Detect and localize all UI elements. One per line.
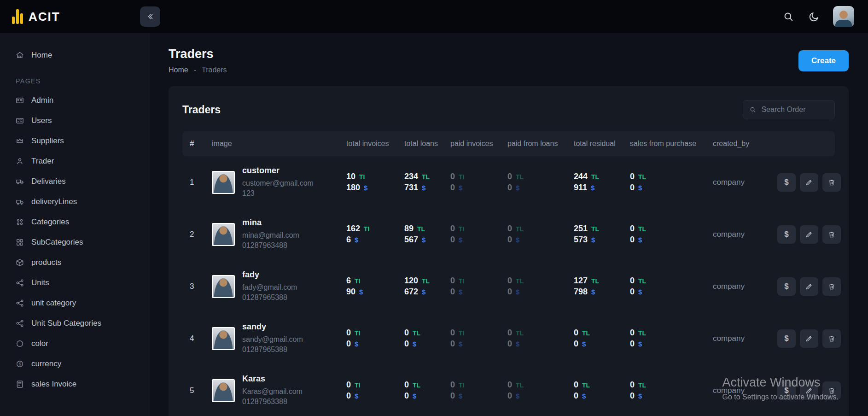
trader-phone: 01287965388 — [242, 293, 297, 303]
sidebar-item-label: Trader — [31, 157, 54, 166]
table-row: 2 mina mina@gmail.com 01287963488 162TI … — [182, 208, 835, 260]
trash-icon — [828, 283, 835, 290]
metric-value: 0 — [507, 391, 512, 401]
trader-phone: 123 — [242, 188, 314, 199]
sidebar-item-subcategories[interactable]: SubCategories — [0, 232, 150, 252]
edit-action-button[interactable] — [800, 225, 818, 244]
sidebar-item-admin[interactable]: Admin — [0, 90, 150, 111]
home-icon — [16, 51, 24, 59]
row-actions: $ — [777, 329, 841, 348]
sidebar-item-users[interactable]: Users — [0, 111, 150, 131]
user-avatar[interactable] — [833, 6, 854, 27]
edit-action-button[interactable] — [800, 381, 818, 400]
sidebar-item-label: SubCategories — [31, 238, 83, 247]
metric-value: 0 — [507, 276, 512, 286]
trader-info: Karas Karas@gmail.com 01287963388 — [242, 374, 303, 407]
create-button[interactable]: Create — [798, 50, 849, 71]
pay-action-button[interactable]: $ — [777, 225, 796, 244]
metric-value: 0 — [507, 224, 512, 234]
sidebar-item-delivaries[interactable]: Delivaries — [0, 171, 150, 192]
delete-action-button[interactable] — [822, 277, 841, 296]
delete-action-button[interactable] — [822, 329, 841, 348]
metric-value: 0 — [574, 380, 578, 390]
pay-action-button[interactable]: $ — [777, 381, 796, 400]
search-icon — [750, 106, 756, 113]
sidebar-item-currency[interactable]: $ currency — [0, 354, 150, 374]
chevrons-left-icon — [146, 12, 154, 21]
dollar-unit-label: $ — [516, 184, 519, 192]
paid-invoices-cell: 0TI 0$ — [450, 170, 507, 194]
sidebar-item-label: Delivaries — [31, 177, 66, 186]
collapse-sidebar-button[interactable] — [140, 6, 160, 27]
dollar-unit-label: $ — [582, 392, 586, 400]
delete-action-button[interactable] — [822, 381, 841, 400]
sidebar-item-deliverylines[interactable]: deliveryLines — [0, 192, 150, 212]
pay-action-button[interactable]: $ — [777, 277, 796, 296]
dollar-unit-label: $ — [516, 392, 519, 400]
paid-invoices-cell: 0TI 0$ — [450, 223, 507, 246]
dollar-unit-label: $ — [413, 340, 416, 348]
trader-icon — [16, 157, 24, 165]
metric-value: 127 — [574, 276, 588, 286]
column-header-created-by: created_by — [713, 140, 777, 148]
dollar-unit-label: $ — [355, 392, 358, 400]
metric-value: 0 — [450, 276, 455, 286]
metric-value: 120 — [404, 276, 418, 286]
metric-value: 0 — [450, 287, 455, 297]
trader-image — [212, 379, 235, 402]
pay-action-button[interactable]: $ — [777, 173, 796, 192]
pencil-icon — [805, 179, 813, 186]
metric-value: 0 — [630, 339, 635, 349]
trader-name: customer — [242, 166, 314, 176]
trader-image — [212, 223, 235, 246]
sidebar-item-label: Admin — [31, 96, 53, 105]
delivery-lines-icon — [16, 198, 24, 206]
column-header-sales-from-purchase: sales from purchase — [630, 140, 713, 148]
sidebar-section-pages: PAGES — [0, 65, 150, 90]
sidebar-item-trader[interactable]: Trader — [0, 151, 150, 171]
edit-action-button[interactable] — [800, 329, 818, 348]
edit-action-button[interactable] — [800, 173, 818, 192]
sidebar-item-categories[interactable]: Categories — [0, 212, 150, 232]
trader-info: fady fady@gmail.com 01287965388 — [242, 270, 297, 303]
breadcrumb-home-link[interactable]: Home — [169, 66, 188, 74]
sidebar-item-unit-category[interactable]: unit category — [0, 293, 150, 313]
sidebar-item-label: products — [31, 258, 61, 267]
pay-action-button[interactable]: $ — [777, 329, 796, 348]
dollar-icon: $ — [784, 282, 788, 291]
delete-action-button[interactable] — [822, 225, 841, 244]
sidebar-item-home[interactable]: Home — [0, 45, 150, 65]
sidebar-item-color[interactable]: color — [0, 334, 150, 354]
metric-value: 0 — [404, 391, 409, 401]
subcategories-icon — [16, 238, 24, 246]
theme-toggle-button[interactable] — [807, 10, 821, 23]
sidebar-item-sales-invoice[interactable]: sales Invoice — [0, 374, 150, 394]
total-invoices-cell: 10TI 180$ — [346, 170, 404, 194]
dollar-unit-label: $ — [364, 184, 367, 192]
topbar-search-button[interactable] — [781, 10, 795, 23]
trader-phone: 01287965388 — [242, 345, 303, 355]
total-invoices-cell: 162TI 6$ — [346, 223, 404, 246]
unit-label: TI — [459, 225, 464, 233]
breadcrumb-current: Traders — [202, 66, 227, 74]
edit-action-button[interactable] — [800, 277, 818, 296]
metric-value: 0 — [346, 328, 351, 338]
sidebar-item-suppliers[interactable]: Suppliers — [0, 131, 150, 151]
order-search-input[interactable] — [760, 105, 828, 114]
breadcrumb: Home - Traders — [169, 66, 227, 74]
metric-value: 0 — [630, 391, 635, 401]
metric-value: 90 — [346, 287, 355, 297]
sidebar-item-unit-sub-categories[interactable]: Unit Sub Categories — [0, 313, 150, 334]
dollar-unit-label: $ — [591, 288, 595, 296]
unit-label: TL — [638, 277, 646, 285]
row-index: 2 — [190, 230, 212, 239]
topbar-actions — [781, 6, 868, 27]
total-invoices-cell: 6TI 90$ — [346, 275, 404, 298]
sidebar-item-units[interactable]: Units — [0, 273, 150, 293]
metric-value: 6 — [346, 235, 351, 245]
delete-action-button[interactable] — [822, 173, 841, 192]
sidebar-item-products[interactable]: products — [0, 252, 150, 273]
metric-value: 0 — [630, 287, 635, 297]
products-icon — [16, 258, 24, 267]
suppliers-icon — [16, 137, 24, 145]
